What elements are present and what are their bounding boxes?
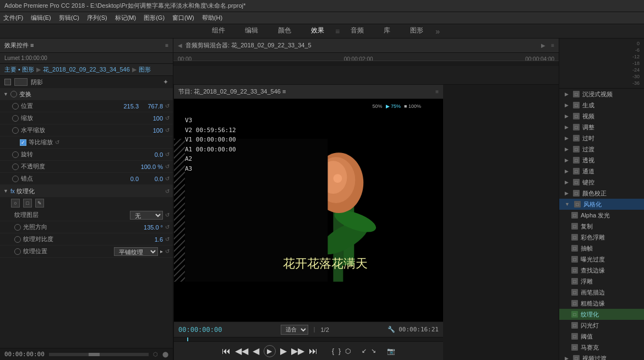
transform-section-header[interactable]: ▼ 变换 bbox=[0, 88, 173, 100]
audio-mixer-nav-icon[interactable]: ◀ bbox=[178, 42, 182, 48]
effect-timeline-scroll[interactable] bbox=[49, 353, 149, 356]
playback-step-back[interactable]: ◀ bbox=[253, 346, 259, 356]
scale-x-reset-icon[interactable]: ↺ bbox=[165, 127, 170, 133]
menu-window[interactable]: 窗口(W) bbox=[172, 14, 194, 22]
anchor-y-value[interactable]: 0.0 bbox=[141, 176, 163, 182]
position-reset-icon[interactable]: ↺ bbox=[165, 103, 170, 109]
placement-reset[interactable]: ↺ bbox=[165, 248, 170, 254]
placement-dropdown[interactable]: 平铺纹理 bbox=[114, 247, 158, 256]
audio-scrollbar[interactable] bbox=[173, 61, 559, 66]
playback-overwrite[interactable]: ↘ bbox=[371, 347, 376, 354]
position-x-value[interactable]: 215.3 bbox=[111, 103, 139, 110]
preview-fit-select[interactable]: 适合 bbox=[281, 325, 308, 335]
menu-sequence[interactable]: 序列(S) bbox=[87, 14, 107, 22]
effect-controls-menu-icon[interactable]: ≡ bbox=[165, 42, 168, 48]
tab-edit[interactable]: 编辑 bbox=[235, 24, 268, 39]
effect-keying[interactable]: ▶ □ 键控 bbox=[559, 177, 644, 188]
menu-edit[interactable]: 编辑(E) bbox=[31, 14, 51, 22]
texture-layer-dropdown[interactable]: 无 bbox=[130, 211, 163, 220]
effect-stylize[interactable]: ▼ □ 风格化 bbox=[559, 199, 644, 210]
scale-value[interactable]: 100 bbox=[135, 115, 163, 122]
proportional-checkbox[interactable]: ✓ bbox=[20, 139, 26, 146]
position-y-value[interactable]: 767.8 bbox=[141, 103, 163, 110]
effect-adjust[interactable]: ▶ □ 调整 bbox=[559, 122, 644, 133]
effect-strobe[interactable]: □ 闪光灯 bbox=[559, 320, 644, 331]
effect-texturize[interactable]: □ 纹理化 bbox=[559, 309, 644, 320]
texture-layer-reset[interactable]: ↺ bbox=[165, 212, 170, 218]
effect-alpha-glow[interactable]: □ Alpha 发光 bbox=[559, 210, 644, 221]
opacity-value[interactable]: 100.0 % bbox=[135, 163, 163, 170]
contrast-value[interactable]: 1.6 bbox=[135, 236, 163, 243]
effect-find-edges[interactable]: □ 查找边缘 bbox=[559, 265, 644, 276]
tab-library[interactable]: 库 bbox=[374, 24, 400, 39]
rotation-value[interactable]: 0.0 bbox=[135, 151, 163, 158]
more-tabs-icon[interactable]: » bbox=[433, 27, 442, 36]
effect-overexpose[interactable]: □ 曝光过度 bbox=[559, 254, 644, 265]
preview-timebar[interactable] bbox=[174, 337, 443, 341]
playback-insert[interactable]: ↙ bbox=[362, 347, 367, 354]
effect-immersive[interactable]: ▶ □ 沉浸式视频 bbox=[559, 89, 644, 100]
breadcrumb-main[interactable]: 主要 • 图形 bbox=[4, 66, 34, 74]
light-reset-icon[interactable]: ↺ bbox=[165, 224, 170, 230]
position-anim-icon[interactable] bbox=[12, 103, 19, 110]
proportional-reset[interactable]: ↺ bbox=[55, 139, 59, 145]
anchor-reset-icon[interactable]: ↺ bbox=[165, 176, 170, 182]
menu-help[interactable]: 帮助(H) bbox=[202, 14, 222, 22]
playback-in-to-out[interactable]: ⬡ bbox=[345, 347, 351, 355]
effect-expand-icon[interactable]: ⬡ bbox=[153, 351, 158, 357]
menu-marker[interactable]: 标记(M) bbox=[115, 14, 137, 22]
scale-reset-icon[interactable]: ↺ bbox=[165, 115, 170, 121]
anchor-anim-icon[interactable] bbox=[12, 176, 19, 182]
breadcrumb-target[interactable]: 图形 bbox=[139, 66, 151, 74]
playback-step-back5[interactable]: ◀◀ bbox=[235, 346, 248, 356]
scale-anim-icon[interactable] bbox=[12, 115, 19, 122]
playback-mark-prev[interactable]: ⏮ bbox=[222, 346, 231, 356]
effect-generate[interactable]: ▶ □ 生成 bbox=[559, 100, 644, 111]
shape-circle-btn[interactable]: ○ bbox=[11, 199, 20, 208]
effect-threshold[interactable]: □ 阈值 bbox=[559, 331, 644, 342]
texture-reset-icon[interactable]: ↺ bbox=[165, 188, 170, 194]
rotation-reset-icon[interactable]: ↺ bbox=[165, 151, 170, 157]
texture-section-header[interactable]: ▼ fx 纹理化 ↺ bbox=[0, 185, 173, 197]
breadcrumb-source[interactable]: 花_2018_02_09_22_33_34_546 bbox=[43, 66, 130, 74]
tab-graphics[interactable]: 图形 bbox=[400, 24, 433, 39]
anchor-x-value[interactable]: 0.0 bbox=[111, 176, 139, 182]
contrast-reset-icon[interactable]: ↺ bbox=[165, 236, 170, 242]
shadow-checkbox[interactable] bbox=[4, 79, 11, 85]
effect-video[interactable]: ▶ □ 视频 bbox=[559, 111, 644, 122]
audio-mixer-nav-right[interactable]: ▶ bbox=[541, 42, 545, 48]
playback-export-frame[interactable]: 📷 bbox=[387, 347, 395, 355]
preview-wrench-icon[interactable]: 🔧 bbox=[388, 326, 395, 333]
tab-color[interactable]: 颜色 bbox=[268, 24, 301, 39]
playback-play-btn[interactable]: ▶ bbox=[264, 345, 276, 357]
effect-posterize[interactable]: □ 抽帧 bbox=[559, 243, 644, 254]
preview-timecode-in[interactable]: 00:00:00:00 bbox=[178, 326, 222, 334]
tab-audio[interactable]: 音频 bbox=[341, 24, 374, 39]
effect-replicate[interactable]: □ 复制 bbox=[559, 221, 644, 232]
playback-mark-in[interactable]: { bbox=[332, 347, 334, 355]
effect-video-transition[interactable]: ▶ □ 视频过渡 bbox=[559, 353, 644, 360]
menu-clip[interactable]: 剪辑(C) bbox=[59, 14, 79, 22]
playback-step-fwd5[interactable]: ▶▶ bbox=[291, 346, 304, 356]
tab-assembly[interactable]: 组件 bbox=[202, 24, 235, 39]
effect-channel[interactable]: ▶ □ 通道 bbox=[559, 166, 644, 177]
effect-color-correction[interactable]: ▶ □ 颜色校正 bbox=[559, 188, 644, 199]
effect-mosaic[interactable]: □ 马赛克 bbox=[559, 342, 644, 353]
effect-emboss[interactable]: □ 浮雕 bbox=[559, 276, 644, 287]
effect-color-emboss[interactable]: □ 彩色浮雕 bbox=[559, 232, 644, 243]
dropper-icon[interactable]: ✦ bbox=[163, 78, 168, 86]
playback-step-fwd[interactable]: ▶ bbox=[280, 346, 287, 356]
scale-x-value[interactable]: 100 bbox=[135, 127, 163, 134]
contrast-anim-icon[interactable] bbox=[14, 236, 21, 243]
effect-roughen-edges[interactable]: □ 粗糙边缘 bbox=[559, 298, 644, 309]
playback-mark-next[interactable]: ⏭ bbox=[309, 346, 318, 356]
effect-perspective[interactable]: ▶ □ 透视 bbox=[559, 155, 644, 166]
effect-transition[interactable]: ▶ □ 过渡 bbox=[559, 144, 644, 155]
transform-anim-icon[interactable] bbox=[10, 91, 17, 97]
menu-graphics[interactable]: 图形(G) bbox=[144, 14, 165, 22]
rotation-anim-icon[interactable] bbox=[12, 151, 19, 158]
effect-obsolete[interactable]: ▶ □ 过时 bbox=[559, 133, 644, 144]
audio-mixer-menu-icon[interactable]: ≡ bbox=[551, 42, 554, 48]
placement-anim-icon[interactable] bbox=[14, 248, 21, 255]
opacity-reset-icon[interactable]: ↺ bbox=[165, 163, 170, 170]
